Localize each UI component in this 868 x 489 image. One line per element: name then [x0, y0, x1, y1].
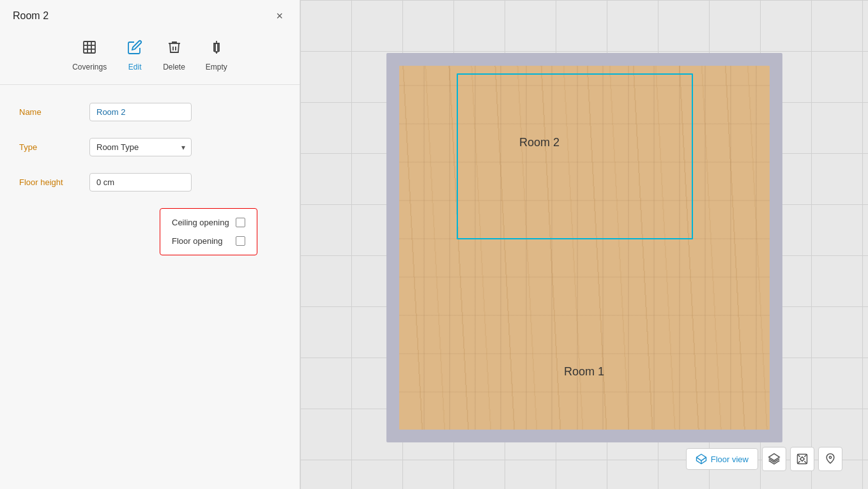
floor-view-icon — [696, 453, 707, 465]
layers-icon — [768, 453, 780, 465]
ceiling-opening-row: Ceiling opening — [172, 218, 245, 227]
floor-plan: Room 2 Room 1 — [386, 53, 782, 442]
toolbar: Coverings Edit De — [0, 29, 300, 85]
delete-label: Delete — [163, 63, 185, 71]
edit-label: Edit — [128, 63, 142, 71]
close-button[interactable]: × — [272, 9, 287, 23]
toolbar-delete[interactable]: Delete — [163, 40, 185, 71]
room2-selection-box[interactable] — [457, 73, 693, 239]
ceiling-opening-label: Ceiling opening — [172, 218, 229, 227]
type-select[interactable]: Room Type — [89, 138, 192, 156]
name-row: Name — [19, 103, 280, 121]
form-section: Name Type Room Type Floor height Ceiling… — [0, 85, 300, 489]
delete-icon — [167, 40, 182, 59]
floor-view-label: Floor view — [711, 455, 749, 464]
name-input[interactable] — [89, 103, 192, 121]
floor-opening-checkbox[interactable] — [236, 236, 245, 246]
3d-view-button[interactable] — [790, 447, 814, 471]
openings-box: Ceiling opening Floor opening — [160, 208, 257, 255]
empty-icon — [209, 40, 224, 59]
floor-opening-label: Floor opening — [172, 236, 223, 246]
canvas-area: Room 2 Room 1 Floor view — [300, 0, 868, 489]
toolbar-empty[interactable]: Empty — [206, 40, 227, 71]
panel-header: Room 2 × — [0, 0, 300, 29]
layers-view-button[interactable] — [762, 447, 786, 471]
type-select-wrapper: Room Type — [89, 138, 192, 156]
coverings-icon — [82, 40, 97, 59]
name-label: Name — [19, 107, 89, 117]
ceiling-opening-checkbox[interactable] — [236, 218, 245, 227]
svg-point-19 — [829, 456, 831, 458]
floor-height-label: Floor height — [19, 177, 89, 187]
bottom-toolbar: Floor view — [686, 447, 842, 471]
panel-title: Room 2 — [13, 10, 49, 22]
toolbar-edit[interactable]: Edit — [127, 40, 142, 71]
measure-icon — [824, 453, 837, 465]
floor-opening-row: Floor opening — [172, 236, 245, 246]
svg-rect-0 — [84, 41, 95, 53]
floor-height-input[interactable] — [89, 173, 192, 192]
left-panel: Room 2 × Coverings — [0, 0, 300, 489]
svg-line-12 — [696, 457, 701, 460]
coverings-label: Coverings — [72, 63, 107, 71]
3d-icon — [796, 453, 809, 465]
type-label: Type — [19, 142, 89, 152]
floor-view-button[interactable]: Floor view — [686, 448, 758, 470]
empty-label: Empty — [206, 63, 227, 71]
floor-height-row: Floor height — [19, 173, 280, 192]
edit-icon — [127, 40, 142, 59]
openings-row: Ceiling opening Floor opening — [19, 208, 280, 255]
svg-line-11 — [701, 457, 706, 460]
measure-button[interactable] — [818, 447, 842, 471]
toolbar-coverings[interactable]: Coverings — [72, 40, 107, 71]
type-row: Type Room Type — [19, 138, 280, 156]
